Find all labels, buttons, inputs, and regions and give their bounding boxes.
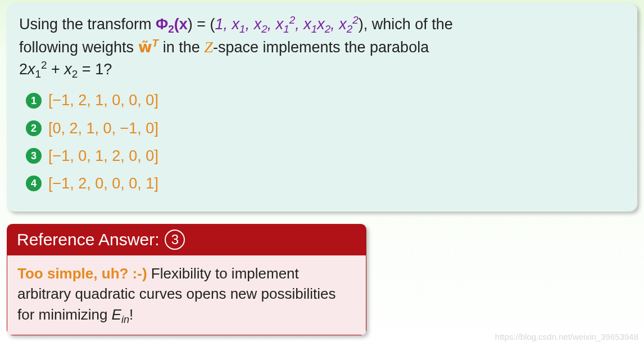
- option-1: 1 [−1, 2, 1, 0, 0, 0]: [19, 89, 625, 111]
- options-list: 1 [−1, 2, 1, 0, 0, 0] 2 [0, 2, 1, 0, −1,…: [19, 89, 625, 195]
- bold-x: x: [179, 16, 188, 33]
- answer-body-end: !: [129, 306, 133, 323]
- option-badge-4: 4: [26, 176, 42, 191]
- option-4: 4 [−1, 2, 0, 0, 0, 1]: [19, 173, 625, 195]
- answer-body: Too simple, uh? :-) Flexibility to imple…: [7, 255, 366, 335]
- question-text: Using the transform Φ2(x) = (1, x1, x2, …: [19, 14, 625, 80]
- option-3: 3 [−1, 0, 1, 2, 0, 0]: [19, 145, 625, 167]
- option-text-1: [−1, 2, 1, 0, 0, 0]: [48, 89, 158, 111]
- answer-correct-badge: 3: [165, 230, 185, 250]
- transform-terms: 1, x1, x2, x12, x1x2, x22: [215, 16, 359, 33]
- option-text-4: [−1, 2, 0, 0, 0, 1]: [48, 173, 158, 195]
- answer-box: Reference Answer: 3 Too simple, uh? :-) …: [7, 224, 366, 335]
- answer-header: Reference Answer: 3: [7, 224, 366, 255]
- option-badge-2: 2: [26, 120, 42, 136]
- e-in-symbol: Ein: [112, 306, 130, 323]
- answer-header-label: Reference Answer:: [17, 230, 159, 249]
- q-line2-post: -space implements the parabola: [213, 39, 429, 56]
- q-line2-pre: following weights: [19, 39, 138, 56]
- answer-highlight: Too simple, uh? :-): [17, 265, 147, 282]
- watermark: https://blog.csdn.net/weixin_39653948: [495, 332, 638, 341]
- option-text-3: [−1, 0, 1, 2, 0, 0]: [48, 145, 158, 167]
- q-line3: 2x12 + x2 = 1?: [19, 61, 112, 78]
- z-space-letter: Z: [204, 38, 213, 56]
- option-2: 2 [0, 2, 1, 0, −1, 0]: [19, 118, 625, 140]
- option-badge-1: 1: [26, 93, 42, 109]
- lparen: (: [174, 16, 179, 33]
- q-line1-post: ), which of the: [359, 16, 453, 33]
- rparen-eq: ) = (: [188, 16, 215, 33]
- w-tilde: w̃T: [138, 39, 159, 56]
- phi-symbol: Φ2: [156, 16, 174, 33]
- q-line1-pre: Using the transform: [19, 16, 156, 33]
- q-line2-mid: in the: [158, 39, 204, 56]
- option-badge-3: 3: [26, 148, 42, 164]
- option-text-2: [0, 2, 1, 0, −1, 0]: [48, 118, 158, 140]
- question-box: Using the transform Φ2(x) = (1, x1, x2, …: [7, 3, 637, 212]
